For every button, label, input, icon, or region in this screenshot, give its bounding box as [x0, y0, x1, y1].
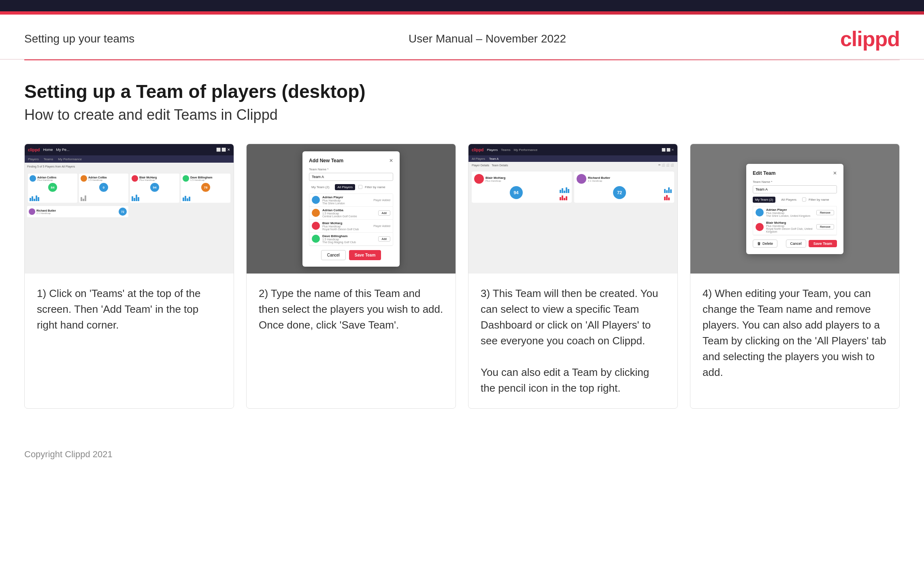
edit-player-list: Adrian Player Plus Handicap The Shire Lo…	[753, 206, 837, 235]
logo: clippd	[840, 27, 900, 51]
edit-filter-by-name[interactable]: Filter by name	[802, 197, 829, 202]
edit-modal-title: Edit Team	[753, 170, 775, 176]
edit-modal-close-icon[interactable]: ✕	[833, 170, 837, 176]
remove-player-button[interactable]: Remove	[816, 224, 834, 229]
add-player-button[interactable]: Add	[378, 236, 390, 242]
tab-my-team[interactable]: My Team (2)	[309, 184, 332, 190]
header-center-text: User Manual – November 2022	[409, 32, 566, 45]
card-2-screenshot: Add New Team ✕ Team Name * My Team (2) A…	[247, 144, 456, 274]
add-modal-close-icon[interactable]: ✕	[389, 158, 393, 163]
delete-team-button[interactable]: 🗑 Delete	[753, 240, 777, 248]
card-3: clippd Players Teams My Performance ⬜ ⬜ …	[468, 144, 678, 409]
card-3-screenshot: clippd Players Teams My Performance ⬜ ⬜ …	[468, 144, 677, 274]
list-item: Adrian Player Plus Handicap The Shire Lo…	[309, 194, 393, 207]
remove-player-button[interactable]: Remove	[816, 210, 834, 215]
footer: Copyright Clippd 2021	[0, 441, 924, 468]
list-item: Dave Billingham 1.5 Handicap The Dog Mag…	[309, 233, 393, 246]
cancel-edit-button[interactable]: Cancel	[786, 240, 806, 248]
page-title: Setting up a Team of players (desktop)	[24, 81, 900, 102]
list-item: Adrian Player Plus Handicap The Shire Lo…	[753, 206, 837, 219]
header: Setting up your teams User Manual – Nove…	[0, 15, 924, 59]
edit-tab-all-players[interactable]: All Players	[779, 197, 799, 203]
edit-tab-my-team[interactable]: My Team (2)	[753, 197, 775, 203]
card-2: Add New Team ✕ Team Name * My Team (2) A…	[246, 144, 456, 409]
player-added-status: Player Added	[373, 199, 390, 202]
player-list: Adrian Player Plus Handicap The Shire Lo…	[309, 193, 393, 246]
player-added-status: Player Added	[373, 225, 390, 227]
card-2-text: 2) Type the name of this Team and then s…	[247, 274, 456, 408]
accent-bar	[0, 11, 924, 15]
add-player-button[interactable]: Add	[378, 210, 390, 216]
card-4-text: 4) When editing your Team, you can chang…	[690, 274, 899, 408]
card-3-text: 3) This Team will then be created. You c…	[468, 274, 677, 408]
edit-team-name-input[interactable]	[753, 185, 837, 193]
cancel-button[interactable]: Cancel	[321, 250, 346, 260]
save-team-button[interactable]: Save Team	[809, 240, 837, 247]
filter-by-name[interactable]: Filter by name	[358, 185, 385, 189]
card-4: Edit Team ✕ Team Name * My Team (2) All …	[690, 144, 900, 409]
cards-row: clippd Home My Pe... ⬜ ⬜ ✕ Players Teams…	[24, 144, 900, 409]
tab-all-players[interactable]: All Players	[335, 184, 355, 190]
list-item: Blair McHarg Plus Handicap Royal North D…	[309, 220, 393, 233]
team-name-label: Team Name *	[309, 168, 393, 171]
card-1-text: 1) Click on 'Teams' at the top of the sc…	[25, 274, 234, 408]
list-item: Adrian Coliba 1.5 Handicap Central Londo…	[309, 207, 393, 220]
top-bar	[0, 0, 924, 11]
trash-icon: 🗑	[757, 242, 761, 246]
card-4-screenshot: Edit Team ✕ Team Name * My Team (2) All …	[690, 144, 899, 274]
save-team-button[interactable]: Save Team	[349, 250, 381, 260]
card-1: clippd Home My Pe... ⬜ ⬜ ✕ Players Teams…	[24, 144, 234, 409]
card-1-screenshot: clippd Home My Pe... ⬜ ⬜ ✕ Players Teams…	[25, 144, 234, 274]
add-modal-title: Add New Team	[309, 158, 343, 163]
header-left-text: Setting up your teams	[24, 32, 134, 45]
edit-team-name-label: Team Name *	[753, 180, 837, 184]
list-item: Blair McHarg Plus Handicap Royal North D…	[753, 219, 837, 235]
copyright-text: Copyright Clippd 2021	[24, 449, 113, 459]
page-subtitle: How to create and edit Teams in Clippd	[24, 106, 900, 123]
main-content: Setting up a Team of players (desktop) H…	[0, 60, 924, 441]
team-name-input[interactable]	[309, 173, 393, 181]
